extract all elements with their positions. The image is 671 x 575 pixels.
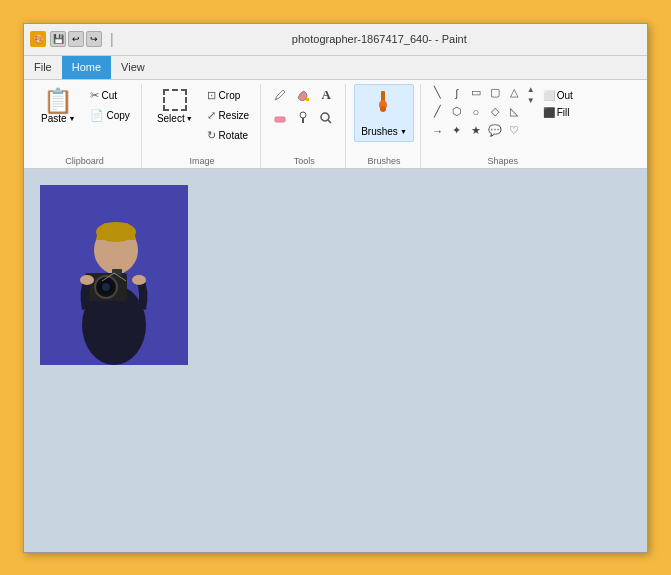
outline-button[interactable]: ⬜ Out	[539, 88, 577, 103]
diagonal-line-shape[interactable]: ╲	[429, 84, 447, 102]
shapes-row-3: → ✦ ★ 💬 ♡	[429, 122, 523, 140]
paint-window: 🎨 💾 ↩ ↪ | photographer-1867417_640- - Pa…	[23, 23, 648, 553]
shapes-grid: ╲ ∫ ▭ ▢ △ ╱ ⬡ ○ ◇ ◺ → ✦	[429, 84, 523, 152]
svg-rect-3	[302, 118, 304, 123]
rotate-icon: ↻	[207, 129, 216, 142]
image-content: Select ▼ ⊡ Crop ⤢ Resize ↻ Rotat	[150, 84, 254, 164]
svg-point-8	[380, 106, 386, 112]
select-arrow: ▼	[186, 115, 193, 122]
photo-background	[40, 185, 188, 365]
fill-tool[interactable]	[292, 84, 314, 106]
menu-file[interactable]: File	[24, 56, 62, 79]
crop-icon: ⊡	[207, 89, 216, 102]
tools-label: Tools	[294, 156, 315, 166]
paste-label: Paste ▼	[41, 113, 76, 124]
tools-content: A	[269, 84, 339, 141]
select-label: Select ▼	[157, 113, 193, 124]
clipboard-label: Clipboard	[65, 156, 104, 166]
titlebar-sep: |	[110, 31, 114, 47]
shapes-row-2: ╱ ⬡ ○ ◇ ◺	[429, 103, 523, 121]
ribbon-brushes: Brushes ▼ Brushes	[348, 84, 421, 168]
ribbon-clipboard: 📋 Paste ▼ ✂ Cut 📄 Copy	[28, 84, 142, 168]
brushes-content: Brushes ▼	[354, 84, 414, 164]
paint-canvas	[40, 185, 188, 365]
clipboard-content: 📋 Paste ▼ ✂ Cut 📄 Copy	[34, 84, 135, 164]
menu-home[interactable]: Home	[62, 56, 111, 79]
select-button[interactable]: Select ▼	[150, 84, 200, 129]
svg-point-2	[300, 112, 306, 118]
cut-button[interactable]: ✂ Cut	[85, 86, 135, 105]
photographer-image	[40, 185, 188, 365]
arrow-right-shape[interactable]: →	[429, 122, 447, 140]
menu-view[interactable]: View	[111, 56, 155, 79]
rect-shape[interactable]: ▭	[467, 84, 485, 102]
canvas-area[interactable]	[24, 169, 647, 552]
star5-shape[interactable]: ★	[467, 122, 485, 140]
brushes-group-label: Brushes	[367, 156, 400, 166]
shapes-row-1: ╲ ∫ ▭ ▢ △	[429, 84, 523, 102]
svg-rect-0	[306, 98, 309, 101]
pencil-tool[interactable]	[269, 84, 291, 106]
brushes-arrow: ▼	[400, 128, 407, 135]
triangle-shape[interactable]: △	[505, 84, 523, 102]
window-title: photographer-1867417_640- - Paint	[118, 33, 641, 45]
outline-fill: ⬜ Out ⬛ Fill	[539, 84, 577, 120]
shapes-scroll: ▲ ▼	[525, 84, 537, 106]
diamond-shape[interactable]: ◇	[486, 103, 504, 121]
brushes-icon	[369, 89, 399, 126]
heart-shape[interactable]: ♡	[505, 122, 523, 140]
svg-point-19	[80, 275, 94, 285]
ribbon-tools: A Tools	[263, 84, 346, 168]
select-icon	[163, 89, 187, 111]
ribbon-image: Select ▼ ⊡ Crop ⤢ Resize ↻ Rotat	[144, 84, 261, 168]
resize-icon: ⤢	[207, 109, 216, 122]
shapes-scroll-up[interactable]: ▲	[527, 84, 535, 95]
paste-dropdown-arrow: ▼	[69, 115, 76, 122]
shapes-label: Shapes	[488, 156, 519, 166]
svg-point-4	[321, 113, 329, 121]
polygon-shape[interactable]: ⬡	[448, 103, 466, 121]
svg-point-20	[132, 275, 146, 285]
magnifier-tool[interactable]	[315, 107, 337, 129]
eraser-tool[interactable]	[269, 107, 291, 129]
text-tool[interactable]: A	[315, 84, 337, 106]
shapes-scroll-down[interactable]: ▼	[527, 95, 535, 106]
oval-shape[interactable]: ○	[467, 103, 485, 121]
svg-rect-18	[112, 269, 122, 275]
fill-icon: ⬛	[543, 107, 555, 118]
cut-icon: ✂	[90, 89, 99, 102]
fill-button[interactable]: ⬛ Fill	[539, 105, 577, 120]
line-shape[interactable]: ╱	[429, 103, 447, 121]
speech-bubble-shape[interactable]: 💬	[486, 122, 504, 140]
ribbon: 📋 Paste ▼ ✂ Cut 📄 Copy	[24, 80, 647, 169]
crop-button[interactable]: ⊡ Crop	[202, 86, 255, 105]
colorpicker-tool[interactable]	[292, 107, 314, 129]
titlebar-controls: 💾 ↩ ↪	[50, 31, 102, 47]
image-sub: ⊡ Crop ⤢ Resize ↻ Rotate	[202, 84, 255, 145]
svg-rect-1	[275, 117, 285, 122]
save-btn[interactable]: 💾	[50, 31, 66, 47]
image-label: Image	[190, 156, 215, 166]
app-icon: 🎨	[30, 31, 46, 47]
resize-button[interactable]: ⤢ Resize	[202, 106, 255, 125]
ribbon-shapes: ╲ ∫ ▭ ▢ △ ╱ ⬡ ○ ◇ ◺ → ✦	[423, 84, 583, 168]
brushes-button[interactable]: Brushes ▼	[354, 84, 414, 142]
outline-icon: ⬜	[543, 90, 555, 101]
clipboard-sub: ✂ Cut 📄 Copy	[85, 84, 135, 125]
titlebar: 🎨 💾 ↩ ↪ | photographer-1867417_640- - Pa…	[24, 24, 647, 56]
copy-icon: 📄	[90, 109, 104, 122]
svg-line-5	[328, 120, 331, 123]
star4-shape[interactable]: ✦	[448, 122, 466, 140]
redo-btn[interactable]: ↪	[86, 31, 102, 47]
rotate-button[interactable]: ↻ Rotate	[202, 126, 255, 145]
copy-button[interactable]: 📄 Copy	[85, 106, 135, 125]
right-triangle-shape[interactable]: ◺	[505, 103, 523, 121]
brushes-label: Brushes ▼	[361, 126, 407, 137]
shapes-content: ╲ ∫ ▭ ▢ △ ╱ ⬡ ○ ◇ ◺ → ✦	[429, 84, 577, 164]
undo-btn[interactable]: ↩	[68, 31, 84, 47]
rounded-rect-shape[interactable]: ▢	[486, 84, 504, 102]
curve-shape[interactable]: ∫	[448, 84, 466, 102]
svg-point-17	[102, 283, 110, 291]
paste-icon: 📋	[43, 89, 73, 113]
paste-button[interactable]: 📋 Paste ▼	[34, 84, 83, 129]
